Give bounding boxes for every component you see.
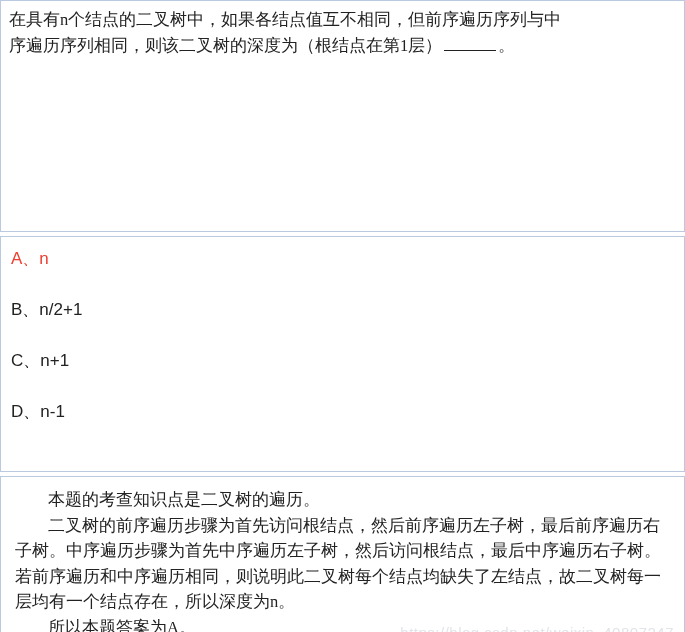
option-c[interactable]: C、n+1 [11,349,674,372]
question-panel: 在具有n个结点的二叉树中，如果各结点值互不相同，但前序遍历序列与中 序遍历序列相… [0,0,685,232]
question-text-line1: 在具有n个结点的二叉树中，如果各结点值互不相同，但前序遍历序列与中 [9,10,561,29]
explanation-panel: 本题的考查知识点是二叉树的遍历。 二叉树的前序遍历步骤为首先访问根结点，然后前序… [0,476,685,632]
blank-underline [444,34,496,51]
option-b[interactable]: B、n/2+1 [11,298,674,321]
explanation-p2: 二叉树的前序遍历步骤为首先访问根结点，然后前序遍历左子树，最后前序遍历右子树。中… [15,513,670,615]
option-d[interactable]: D、n-1 [11,400,674,423]
question-text-line2-after: 。 [498,36,515,55]
option-a[interactable]: A、n [11,247,674,270]
explanation-p3: 所以本题答案为A。 [15,615,670,632]
question-text-line2-before: 序遍历序列相同，则该二叉树的深度为（根结点在第1层） [9,36,442,55]
explanation-p1: 本题的考查知识点是二叉树的遍历。 [15,487,670,513]
options-panel: A、n B、n/2+1 C、n+1 D、n-1 [0,236,685,472]
